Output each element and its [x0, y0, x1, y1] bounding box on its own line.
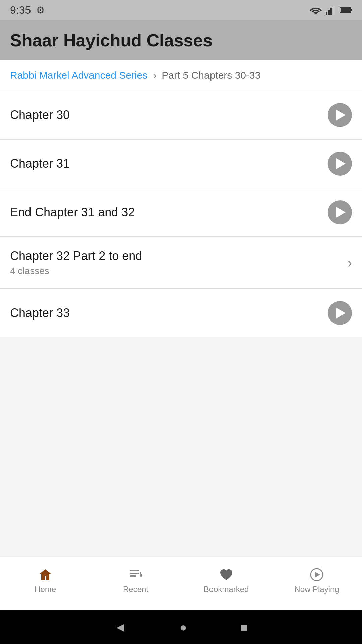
list-item[interactable]: End Chapter 31 and 32	[0, 188, 362, 237]
svg-rect-9	[130, 575, 136, 577]
svg-rect-1	[328, 10, 330, 15]
nav-label-recent: Recent	[123, 585, 148, 594]
play-button[interactable]	[328, 200, 352, 224]
battery-icon	[340, 7, 352, 13]
back-button[interactable]: ◄	[114, 620, 126, 634]
app-title: Shaar Hayichud Classes	[10, 30, 352, 50]
android-nav-bar: ◄ ● ■	[0, 610, 362, 644]
heart-icon	[219, 567, 234, 582]
nav-item-nowplaying[interactable]: Now Playing	[272, 564, 362, 597]
signal-icon	[326, 5, 336, 15]
svg-rect-2	[330, 8, 332, 15]
app-header: Shaar Hayichud Classes	[0, 20, 362, 60]
svg-rect-3	[333, 6, 335, 15]
item-title: Chapter 32 Part 2 to end	[10, 249, 142, 263]
status-bar: 9:35 ⚙	[0, 0, 362, 20]
item-title: Chapter 33	[10, 306, 70, 320]
list-item[interactable]: Chapter 30	[0, 91, 362, 140]
svg-rect-0	[326, 12, 327, 15]
play-icon	[336, 110, 346, 120]
item-title: Chapter 30	[10, 108, 70, 122]
item-info: Chapter 32 Part 2 to end 4 classes	[10, 249, 142, 276]
item-subtitle: 4 classes	[10, 266, 142, 276]
breadcrumb-current: Part 5 Chapters 30-33	[162, 70, 260, 81]
home-button[interactable]: ●	[180, 620, 187, 634]
item-info: End Chapter 31 and 32	[10, 205, 135, 219]
nav-label-home: Home	[35, 585, 56, 594]
bottom-nav: Home Recent Bookmarked Now Playing	[0, 557, 362, 610]
item-info: Chapter 33	[10, 306, 70, 320]
list-item[interactable]: Chapter 31	[0, 140, 362, 188]
play-button[interactable]	[328, 301, 352, 325]
play-icon	[336, 158, 346, 169]
item-title: Chapter 31	[10, 157, 70, 171]
content-list: Chapter 30 Chapter 31 End Chapter 31 and…	[0, 91, 362, 557]
item-info: Chapter 30	[10, 108, 70, 122]
nav-label-bookmarked: Bookmarked	[204, 585, 249, 594]
breadcrumb: Rabbi Markel Advanced Series › Part 5 Ch…	[0, 60, 362, 91]
status-icons	[310, 5, 352, 15]
breadcrumb-separator: ›	[153, 70, 156, 81]
play-icon	[336, 308, 346, 318]
wifi-icon	[310, 6, 322, 14]
nav-item-home[interactable]: Home	[0, 564, 90, 597]
chevron-right-icon: ›	[348, 255, 352, 270]
svg-rect-5	[351, 9, 352, 11]
svg-rect-8	[130, 573, 139, 574]
item-info: Chapter 31	[10, 157, 70, 171]
list-item[interactable]: Chapter 32 Part 2 to end 4 classes ›	[0, 237, 362, 289]
play-icon	[336, 207, 346, 218]
play-button[interactable]	[328, 103, 352, 127]
play-button[interactable]	[328, 152, 352, 176]
home-icon	[38, 567, 53, 582]
settings-icon: ⚙	[36, 5, 45, 16]
nav-label-nowplaying: Now Playing	[294, 585, 339, 594]
nav-item-recent[interactable]: Recent	[90, 564, 181, 597]
nav-item-bookmarked[interactable]: Bookmarked	[181, 564, 272, 597]
breadcrumb-link[interactable]: Rabbi Markel Advanced Series	[10, 70, 147, 81]
status-time: 9:35	[10, 4, 31, 16]
svg-rect-6	[341, 8, 350, 12]
recent-icon	[128, 567, 143, 582]
nowplaying-icon	[309, 567, 324, 582]
item-title: End Chapter 31 and 32	[10, 205, 135, 219]
recent-apps-button[interactable]: ■	[241, 620, 248, 634]
list-item[interactable]: Chapter 33	[0, 289, 362, 337]
svg-rect-7	[130, 570, 139, 571]
